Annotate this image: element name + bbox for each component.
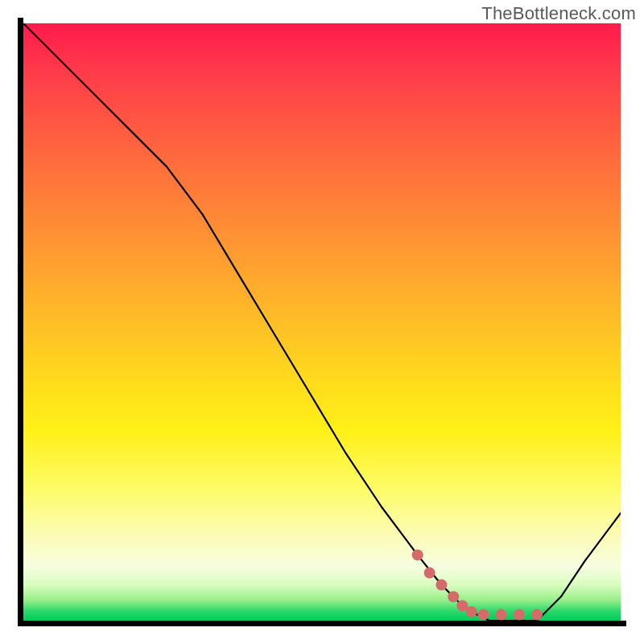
chart-stage: TheBottleneck.com xyxy=(0,0,644,644)
watermark-text: TheBottleneck.com xyxy=(481,3,636,24)
x-axis-spine xyxy=(18,621,626,626)
plot-gradient-background xyxy=(23,23,621,621)
y-axis-spine xyxy=(18,18,23,626)
